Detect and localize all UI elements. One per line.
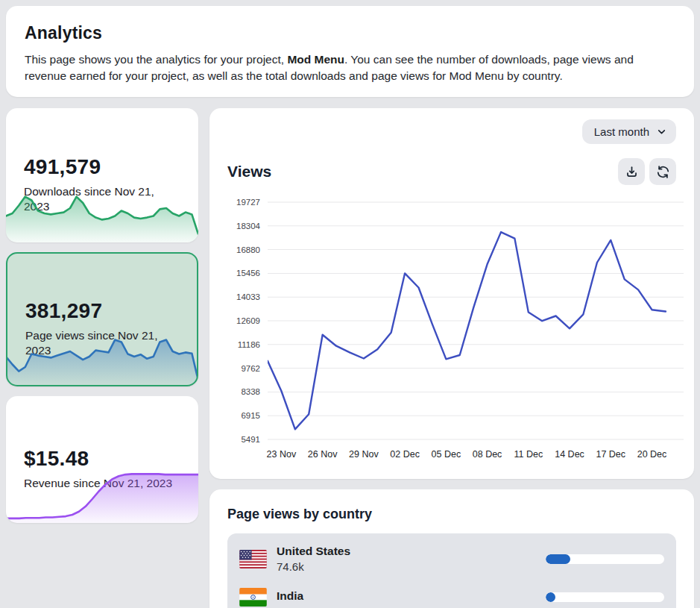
x-tick-label: 29 Nov [349,449,379,460]
x-tick-label: 05 Dec [432,449,461,460]
content-row: 491,579 Downloads since Nov 21, 2023 381… [6,108,694,608]
country-name: India [277,589,303,603]
y-tick-label: 11186 [238,340,260,349]
x-tick-label: 20 Dec [637,449,667,460]
country-progress-fill [546,592,555,602]
download-button[interactable] [618,158,645,185]
country-list: United States 74.6k [227,533,676,608]
country-value: 74.6k [277,560,350,573]
country-progress-fill [546,554,570,564]
country-row-india: India [239,580,664,608]
x-tick-label: 17 Dec [596,449,625,460]
page-views-value: 381,297 [25,299,179,323]
range-row: Last month [227,119,676,144]
range-selector-label: Last month [594,125,649,138]
y-tick-label: 5491 [241,435,260,444]
header-card: Analytics This page shows you the analyt… [6,6,694,97]
country-name: United States [277,545,350,558]
x-tick-label: 26 Nov [308,449,338,460]
country-info: United States 74.6k [277,545,350,573]
y-tick-label: 18304 [236,222,260,231]
views-line-chart [268,197,684,445]
country-row-united-states: United States 74.6k [239,537,664,580]
x-tick-label: 08 Dec [473,449,502,460]
x-tick-label: 02 Dec [390,449,420,460]
project-name: Mod Menu [287,53,344,66]
x-tick-label: 11 Dec [514,449,543,460]
stat-card-page-views[interactable]: 381,297 Page views since Nov 21, 2023 [6,252,198,386]
chevron-down-icon [657,127,666,137]
country-panel: Page views by country [209,489,694,608]
main-column: Last month Views [209,108,694,608]
views-panel: Last month Views [209,108,694,479]
chart-y-axis: 1972718304168801545614033126091118697628… [227,197,268,445]
country-info: India [277,589,303,605]
views-chart: 1972718304168801545614033126091118697628… [227,197,684,464]
page-views-sparkline [6,327,198,386]
y-tick-label: 6915 [241,411,260,420]
views-header-row: Views [227,158,676,185]
country-progress-track [546,554,664,564]
chart-x-axis: 23 Nov26 Nov29 Nov02 Dec05 Dec08 Dec11 D… [268,449,684,464]
page-description: This page shows you the analytics for yo… [25,51,675,84]
download-icon [625,165,639,179]
chart-plot-area: 23 Nov26 Nov29 Nov02 Dec05 Dec08 Dec11 D… [268,197,684,464]
y-tick-label: 8338 [241,387,260,396]
page-title: Analytics [25,23,675,43]
y-tick-label: 16880 [236,245,260,254]
stat-card-revenue[interactable]: $15.48 Revenue since Nov 21, 2023 [6,396,198,523]
range-selector[interactable]: Last month [582,119,676,144]
x-tick-label: 23 Nov [267,449,297,460]
description-text-1: This page shows you the analytics for yo… [25,53,287,66]
y-tick-label: 15456 [236,269,260,278]
stats-column: 491,579 Downloads since Nov 21, 2023 381… [6,108,198,523]
india-flag [239,588,267,607]
stat-card-downloads[interactable]: 491,579 Downloads since Nov 21, 2023 [6,108,198,242]
analytics-page: Analytics This page shows you the analyt… [0,0,700,608]
views-title: Views [227,163,271,181]
y-tick-label: 12609 [236,316,260,325]
refresh-button[interactable] [649,158,676,185]
revenue-sparkline [6,465,198,523]
refresh-icon [656,165,670,179]
country-panel-title: Page views by country [227,507,676,522]
country-progress-track [546,592,664,602]
y-tick-label: 14033 [236,292,260,301]
downloads-sparkline [6,184,198,242]
y-tick-label: 19727 [236,198,260,207]
y-tick-label: 9762 [241,364,260,373]
chart-actions [618,158,676,185]
us-flag [239,550,267,568]
x-tick-label: 14 Dec [555,449,584,460]
downloads-value: 491,579 [24,155,180,179]
